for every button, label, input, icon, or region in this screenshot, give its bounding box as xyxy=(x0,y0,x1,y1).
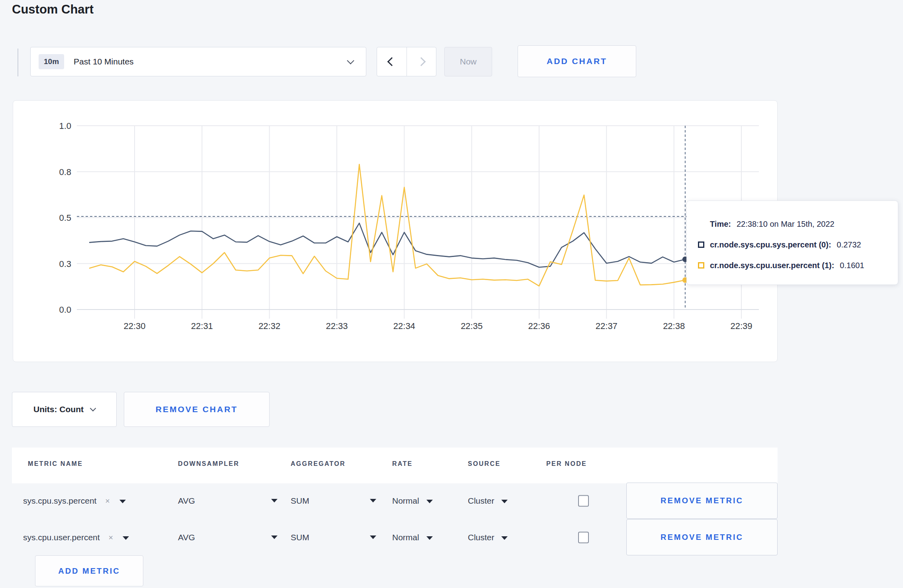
svg-text:0.3: 0.3 xyxy=(59,259,71,269)
prev-time-button[interactable] xyxy=(377,47,407,76)
units-dropdown[interactable]: Units: Count xyxy=(12,392,117,427)
aggregator-select[interactable]: SUM xyxy=(291,496,376,506)
svg-text:22:36: 22:36 xyxy=(528,321,550,331)
downsampler-value: AVG xyxy=(178,496,195,505)
clear-metric-icon[interactable]: × xyxy=(105,496,110,505)
svg-text:22:38: 22:38 xyxy=(663,321,685,331)
source-value: Cluster xyxy=(468,533,494,542)
metric-row: sys.cpu.user.percent × AVG SUM Normal Cl… xyxy=(12,519,778,556)
svg-text:22:39: 22:39 xyxy=(730,321,752,331)
per-node-checkbox[interactable] xyxy=(578,495,589,507)
add-chart-button[interactable]: ADD CHART xyxy=(518,45,636,77)
time-nav-group xyxy=(377,47,436,76)
rate-select[interactable]: Normal xyxy=(392,533,433,542)
downsampler-select[interactable]: AVG xyxy=(178,496,278,506)
svg-text:22:35: 22:35 xyxy=(461,321,483,331)
toolbar-divider xyxy=(18,49,18,76)
svg-text:22:33: 22:33 xyxy=(326,321,348,331)
dropdown-caret-icon xyxy=(271,499,278,502)
svg-text:0.8: 0.8 xyxy=(59,167,71,177)
svg-text:1.0: 1.0 xyxy=(59,121,71,131)
clear-metric-icon[interactable]: × xyxy=(108,533,113,542)
dropdown-caret-icon xyxy=(370,535,376,539)
metric-row: sys.cpu.sys.percent × AVG SUM Normal Clu… xyxy=(12,483,778,519)
rate-select[interactable]: Normal xyxy=(392,496,433,506)
metric-name-dropdown[interactable]: sys.cpu.user.percent × xyxy=(23,533,129,542)
dropdown-caret-icon xyxy=(271,535,278,539)
col-header-metric-name: METRIC NAME xyxy=(28,460,83,467)
dropdown-caret-icon xyxy=(501,500,508,503)
col-header-source: SOURCE xyxy=(468,460,500,467)
dropdown-caret-icon xyxy=(501,536,508,540)
metrics-table-header: METRIC NAME DOWNSAMPLER AGGREGATOR RATE … xyxy=(12,448,778,483)
source-select[interactable]: Cluster xyxy=(468,496,508,506)
tooltip-user-value: 0.1601 xyxy=(840,261,864,270)
tooltip-time-row: Time: 22:38:10 on Mar 15th, 2022 xyxy=(687,214,898,234)
tooltip-time-value: 22:38:10 on Mar 15th, 2022 xyxy=(737,220,835,229)
tooltip-series-row: cr.node.sys.cpu.sys.percent (0): 0.2732 xyxy=(687,234,898,255)
chevron-left-icon xyxy=(387,57,396,66)
svg-text:0.0: 0.0 xyxy=(59,305,71,315)
svg-text:22:30: 22:30 xyxy=(123,321,145,331)
page-title: Custom Chart xyxy=(12,2,94,17)
now-button[interactable]: Now xyxy=(444,47,492,76)
col-header-per-node: PER NODE xyxy=(546,460,587,467)
chevron-down-icon xyxy=(90,405,96,411)
col-header-rate: RATE xyxy=(392,460,413,467)
source-value: Cluster xyxy=(468,496,494,505)
dropdown-caret-icon xyxy=(426,500,433,503)
time-range-label: Past 10 Minutes xyxy=(74,57,134,66)
time-range-dropdown[interactable]: 10m Past 10 Minutes xyxy=(30,47,366,76)
tooltip-user-name: cr.node.sys.cpu.user.percent (1): xyxy=(710,261,834,270)
dropdown-caret-icon xyxy=(370,499,376,502)
tooltip-sys-name: cr.node.sys.cpu.sys.percent (0): xyxy=(710,240,831,249)
user-series-swatch-icon xyxy=(698,262,704,269)
svg-text:22:37: 22:37 xyxy=(596,321,618,331)
add-metric-button[interactable]: ADD METRIC xyxy=(35,555,143,586)
svg-text:22:34: 22:34 xyxy=(393,321,415,331)
aggregator-value: SUM xyxy=(291,496,309,505)
chart-tooltip: Time: 22:38:10 on Mar 15th, 2022 cr.node… xyxy=(686,201,898,285)
chart-card: 0.00.30.50.81.022:3022:3122:3222:3322:34… xyxy=(13,100,778,362)
col-header-aggregator: AGGREGATOR xyxy=(291,460,346,467)
per-node-checkbox[interactable] xyxy=(578,532,589,543)
time-range-badge: 10m xyxy=(39,54,64,69)
col-header-downsampler: DOWNSAMPLER xyxy=(178,460,239,467)
next-time-button[interactable] xyxy=(407,47,436,76)
metric-name-dropdown[interactable]: sys.cpu.sys.percent × xyxy=(23,496,126,506)
dropdown-caret-icon xyxy=(426,536,433,540)
svg-text:0.5: 0.5 xyxy=(59,213,71,223)
source-select[interactable]: Cluster xyxy=(468,533,508,542)
tooltip-time-label: Time: xyxy=(710,220,731,229)
remove-chart-button[interactable]: REMOVE CHART xyxy=(124,392,270,427)
remove-metric-button[interactable]: REMOVE METRIC xyxy=(626,519,778,555)
aggregator-select[interactable]: SUM xyxy=(291,533,376,542)
tooltip-sys-value: 0.2732 xyxy=(837,240,861,249)
dropdown-caret-icon xyxy=(119,500,126,503)
svg-text:22:32: 22:32 xyxy=(258,321,280,331)
chevron-down-icon xyxy=(347,57,354,64)
rate-value: Normal xyxy=(392,533,419,542)
rate-value: Normal xyxy=(392,496,419,505)
tooltip-series-row: cr.node.sys.cpu.user.percent (1): 0.1601 xyxy=(687,255,898,276)
aggregator-value: SUM xyxy=(291,533,309,542)
remove-metric-button[interactable]: REMOVE METRIC xyxy=(626,483,778,519)
downsampler-select[interactable]: AVG xyxy=(178,533,278,542)
metric-name-label: sys.cpu.user.percent xyxy=(23,533,100,542)
chevron-right-icon xyxy=(417,57,426,66)
line-chart[interactable]: 0.00.30.50.81.022:3022:3122:3222:3322:34… xyxy=(13,101,777,362)
units-label: Units: Count xyxy=(33,405,84,414)
metric-name-label: sys.cpu.sys.percent xyxy=(23,496,96,505)
dropdown-caret-icon xyxy=(123,536,129,540)
svg-text:22:31: 22:31 xyxy=(191,321,213,331)
downsampler-value: AVG xyxy=(178,533,195,542)
sys-series-swatch-icon xyxy=(698,241,704,248)
